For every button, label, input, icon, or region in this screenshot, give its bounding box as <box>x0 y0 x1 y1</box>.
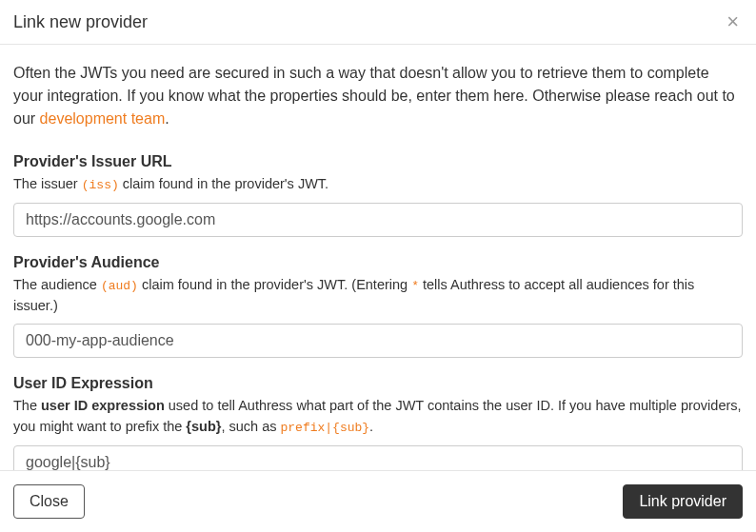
userid-group: User ID Expression The user ID expressio… <box>13 375 743 470</box>
issuer-help-after: claim found in the provider's JWT. <box>119 176 328 191</box>
audience-help-before: The audience <box>13 277 101 292</box>
audience-group: Provider's Audience The audience (aud) c… <box>13 254 743 359</box>
issuer-url-label: Provider's Issuer URL <box>13 153 743 170</box>
userid-help-before: The <box>13 398 41 413</box>
userid-help-mid2: , such as <box>221 419 280 434</box>
intro-text-after: . <box>165 110 169 127</box>
issuer-url-input[interactable] <box>13 203 743 237</box>
userid-help: The user ID expression used to tell Auth… <box>13 396 743 438</box>
link-provider-button[interactable]: Link provider <box>623 484 743 519</box>
modal-title: Link new provider <box>13 12 148 32</box>
audience-help: The audience (aud) claim found in the pr… <box>13 275 743 317</box>
issuer-help-before: The issuer <box>13 176 82 191</box>
userid-label: User ID Expression <box>13 375 743 392</box>
close-icon[interactable]: × <box>723 11 743 32</box>
audience-label: Provider's Audience <box>13 254 743 271</box>
userid-help-code: prefix|{sub} <box>280 421 369 435</box>
link-provider-modal: Link new provider × Often the JWTs you n… <box>0 0 756 532</box>
issuer-url-help: The issuer (iss) claim found in the prov… <box>13 174 743 195</box>
audience-help-code2: * <box>411 279 419 293</box>
issuer-help-code: (iss) <box>82 178 119 192</box>
audience-input[interactable] <box>13 324 743 358</box>
close-button[interactable]: Close <box>13 484 85 519</box>
issuer-url-group: Provider's Issuer URL The issuer (iss) c… <box>13 153 743 237</box>
userid-help-bold2: {sub} <box>186 419 221 434</box>
modal-footer: Close Link provider <box>0 470 756 532</box>
modal-header: Link new provider × <box>0 0 756 45</box>
development-team-link[interactable]: development team <box>40 110 166 127</box>
userid-help-after: . <box>369 419 373 434</box>
modal-body: Often the JWTs you need are secured in s… <box>0 45 756 470</box>
userid-input[interactable] <box>13 445 743 470</box>
audience-help-code: (aud) <box>101 279 138 293</box>
intro-text: Often the JWTs you need are secured in s… <box>13 62 743 130</box>
audience-help-mid: claim found in the provider's JWT. (Ente… <box>138 277 411 292</box>
userid-help-bold1: user ID expression <box>41 398 165 413</box>
